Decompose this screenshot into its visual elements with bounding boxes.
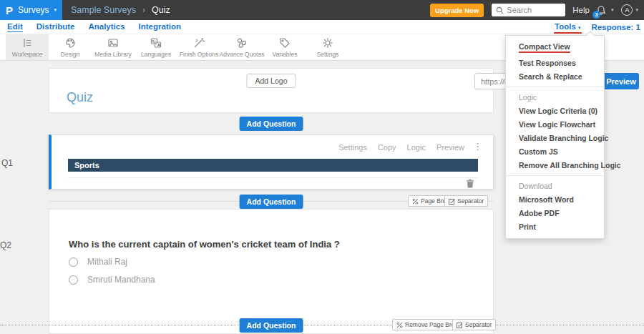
add-question-button[interactable]: Add Question xyxy=(240,318,303,333)
menu-item-remove-all-branching-logic[interactable]: Remove All Branching Logic xyxy=(506,159,604,172)
menu-item-print[interactable]: Print xyxy=(506,220,604,234)
section-heading-sports[interactable]: Sports xyxy=(68,159,478,172)
topbar-right-group: Upgrade Now Help 3 ▾ A ▾ xyxy=(430,4,644,17)
question-copy-link[interactable]: Copy xyxy=(378,143,396,152)
separator-icon xyxy=(457,322,463,328)
question-settings-link[interactable]: Settings xyxy=(338,143,367,152)
design-palette-icon xyxy=(64,36,77,49)
tools-menu-button[interactable]: Tools ▾ xyxy=(555,22,581,31)
help-link[interactable]: Help xyxy=(572,6,590,14)
answer-option[interactable]: Mithali Raj xyxy=(69,257,127,267)
radio-button-icon[interactable] xyxy=(69,275,78,285)
toolbar-label: Workspace xyxy=(12,51,42,58)
toolbar-item-variables[interactable]: Variables xyxy=(263,34,306,60)
main-nav: Edit Distribute Analytics Integration To… xyxy=(0,20,644,34)
red-highlight-underline xyxy=(554,32,582,34)
questionpro-logo: P xyxy=(6,5,13,16)
toolbar-item-languages[interactable]: Languages xyxy=(135,34,177,60)
toolbar-label: Finish Options xyxy=(180,51,218,58)
breadcrumb-separator-icon: › xyxy=(142,5,145,15)
upgrade-now-button[interactable]: Upgrade Now xyxy=(430,4,484,17)
notification-count-badge: 3 xyxy=(592,11,600,19)
breadcrumb-current: Quiz xyxy=(152,5,170,15)
question-number-q2: Q2 xyxy=(0,240,11,250)
separator-button[interactable]: Separator xyxy=(444,195,488,207)
languages-icon xyxy=(150,36,162,49)
divider xyxy=(68,177,478,178)
question-logic-link[interactable]: Logic xyxy=(407,143,426,152)
question-text[interactable]: Who is the current captain of women's cr… xyxy=(69,239,340,250)
menu-section-download: Download xyxy=(506,179,604,193)
separator-button[interactable]: Separator xyxy=(452,319,496,330)
trash-icon[interactable] xyxy=(466,179,474,188)
nav-right-group: Tools ▾ Response: 1 xyxy=(555,22,640,31)
add-logo-button[interactable]: Add Logo xyxy=(247,74,296,88)
breadcrumb-parent[interactable]: Sample Surveys xyxy=(71,5,136,15)
tab-edit[interactable]: Edit xyxy=(7,22,23,32)
option-label: Smruti Mandhana xyxy=(87,275,155,285)
surveys-menu-label: Surveys xyxy=(18,5,49,15)
toolbar-item-workspace[interactable]: Workspace xyxy=(6,34,49,60)
response-count-link[interactable]: Response: 1 xyxy=(592,23,640,31)
menu-item-test-responses[interactable]: Test Responses xyxy=(506,57,604,70)
chevron-down-icon: ▾ xyxy=(54,7,57,13)
chevron-down-icon: ▾ xyxy=(578,25,581,30)
question-actions: Settings Copy Logic Preview xyxy=(338,143,464,152)
chevron-down-icon[interactable]: ▾ xyxy=(635,7,638,13)
toolbar-label: Design xyxy=(61,51,79,58)
tab-analytics[interactable]: Analytics xyxy=(88,22,125,31)
toolbar-label: Settings xyxy=(317,51,339,58)
compact-view-label: Compact View xyxy=(519,44,570,53)
toolbar-item-advance-quotas[interactable]: Advance Quotas xyxy=(220,34,263,60)
survey-title[interactable]: Quiz xyxy=(67,90,93,105)
menu-item-custom-js[interactable]: Custom JS xyxy=(506,145,604,159)
breadcrumb: Sample Surveys › Quiz xyxy=(71,5,170,15)
separator-icon xyxy=(449,198,455,205)
answer-option[interactable]: Smruti Mandhana xyxy=(69,275,155,285)
tab-integration[interactable]: Integration xyxy=(139,22,181,31)
app-logo-surveys-menu[interactable]: P Surveys ▾ xyxy=(0,0,62,20)
toolbar-item-settings[interactable]: Settings xyxy=(306,34,349,60)
top-bar: P Surveys ▾ Sample Surveys › Quiz Upgrad… xyxy=(0,0,644,20)
tab-distribute[interactable]: Distribute xyxy=(36,22,75,31)
toolbar-item-finish-options[interactable]: Finish Options xyxy=(177,34,220,60)
finish-options-wand-icon xyxy=(192,36,205,49)
preview-label: Preview xyxy=(606,77,636,86)
menu-item-search-replace[interactable]: Search & Replace xyxy=(506,70,604,84)
question-block-q2[interactable]: Who is the current captain of women's cr… xyxy=(49,209,494,334)
toolbar-item-design[interactable]: Design xyxy=(49,34,92,60)
question-preview-link[interactable]: Preview xyxy=(436,143,464,152)
menu-item-adobe-pdf[interactable]: Adobe PDF xyxy=(506,207,604,220)
menu-item-compact-view[interactable]: Compact View xyxy=(506,40,604,57)
question-block-q1[interactable]: Settings Copy Logic Preview ⋮ Sports xyxy=(49,134,494,190)
avatar[interactable]: A xyxy=(621,4,633,16)
toolbar-label: Variables xyxy=(273,51,298,58)
notifications-bell[interactable]: 3 xyxy=(596,5,606,16)
workspace-icon xyxy=(21,36,34,49)
separator-label: Separator xyxy=(457,197,484,205)
menu-item-validate-branching-logic[interactable]: Validate Branching Logic xyxy=(506,132,604,145)
global-search-box[interactable] xyxy=(492,4,565,16)
menu-item-view-logic-criteria[interactable]: View Logic Criteria (0) xyxy=(506,104,604,118)
toolbar-label: Media Library xyxy=(94,51,132,58)
toolbar-label: Advance Quotas xyxy=(220,51,265,58)
radio-button-icon[interactable] xyxy=(69,257,78,267)
toolbar-item-media-library[interactable]: Media Library xyxy=(92,34,135,60)
divider xyxy=(506,87,604,87)
menu-section-logic: Logic xyxy=(506,90,604,104)
menu-item-view-logic-flowchart[interactable]: View Logic Flowchart xyxy=(506,118,604,132)
search-input[interactable] xyxy=(507,6,561,14)
add-question-button[interactable]: Add Question xyxy=(240,117,303,131)
add-question-button[interactable]: Add Question xyxy=(240,195,303,209)
settings-gear-icon xyxy=(321,36,334,49)
chevron-down-icon[interactable]: ▾ xyxy=(611,7,614,13)
divider xyxy=(506,175,604,176)
question-number-q1: Q1 xyxy=(1,158,13,168)
survey-header-card: Add Logo Quiz xyxy=(49,68,494,113)
page-break-icon xyxy=(396,322,403,328)
menu-item-microsoft-word[interactable]: Microsoft Word xyxy=(506,193,604,207)
separator-label: Separator xyxy=(465,321,492,328)
advance-quotas-links-icon xyxy=(235,36,248,49)
kebab-menu-icon[interactable]: ⋮ xyxy=(473,141,482,152)
variables-tag-icon xyxy=(278,36,291,49)
